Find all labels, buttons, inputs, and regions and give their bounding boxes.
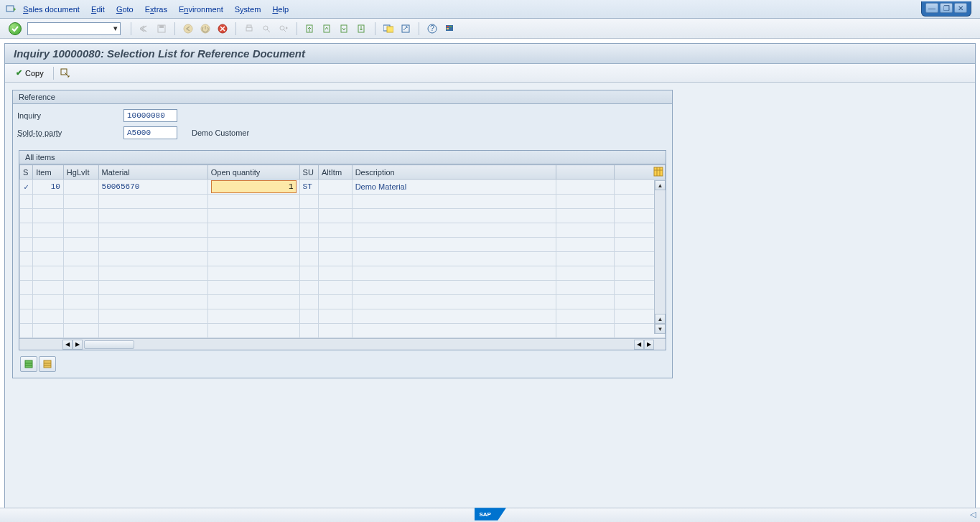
- svg-rect-17: [387, 27, 393, 32]
- cell-openqty[interactable]: [207, 180, 299, 195]
- svg-rect-14: [341, 25, 347, 32]
- svg-rect-23: [449, 26, 452, 27]
- menu-environment[interactable]: Environment: [179, 5, 223, 14]
- svg-line-9: [267, 29, 270, 32]
- find-next-icon[interactable]: [276, 22, 291, 36]
- table-row[interactable]: [20, 252, 666, 266]
- last-page-icon[interactable]: [355, 22, 369, 36]
- table-row[interactable]: ✓ 10 50065670 ST Demo Material: [20, 180, 666, 195]
- table-row[interactable]: [20, 195, 666, 209]
- menu-extras[interactable]: Extras: [145, 5, 167, 14]
- cell-description[interactable]: Demo Material: [352, 180, 556, 195]
- prev-page-icon[interactable]: [320, 22, 335, 36]
- col-su[interactable]: SU: [299, 165, 318, 180]
- status-arrow-icon[interactable]: ◁: [970, 510, 976, 519]
- scroll-right2-icon[interactable]: ▶: [644, 340, 654, 350]
- cell-material[interactable]: 50065670: [98, 180, 207, 195]
- col-altitm[interactable]: AltItm: [318, 165, 352, 180]
- soldto-name: Demo Customer: [192, 129, 249, 137]
- menu-edit[interactable]: Edit: [91, 5, 105, 14]
- svg-rect-13: [324, 25, 330, 32]
- table-row[interactable]: [20, 309, 666, 324]
- table-row[interactable]: [20, 209, 666, 223]
- scroll-left-icon[interactable]: ◀: [62, 340, 73, 350]
- select-all-button[interactable]: [20, 356, 37, 372]
- statusbar: SAP ◁: [0, 508, 980, 522]
- help-icon[interactable]: ?: [425, 22, 439, 36]
- svg-point-3: [184, 24, 192, 33]
- scroll-down2-icon[interactable]: ▼: [655, 324, 666, 334]
- page-title-bar: Inquiry 10000080: Selection List for Ref…: [5, 44, 975, 64]
- svg-rect-0: [6, 6, 14, 11]
- inquiry-label: Inquiry: [17, 111, 123, 120]
- first-page-icon[interactable]: [303, 22, 317, 36]
- cell-altitm[interactable]: [318, 180, 352, 195]
- copy-button[interactable]: ✔ Copy: [11, 66, 49, 80]
- vertical-scrollbar[interactable]: ▲ ▲ ▼: [654, 180, 666, 334]
- items-title: All items: [19, 151, 666, 164]
- scroll-down-icon[interactable]: ▲: [655, 314, 666, 324]
- horizontal-scrollbar[interactable]: ◀ ▶ ◀ ▶: [19, 338, 666, 350]
- scroll-up-icon[interactable]: ▲: [655, 180, 666, 190]
- svg-line-11: [284, 29, 286, 32]
- table-row[interactable]: [20, 281, 666, 295]
- minimize-button[interactable]: —: [925, 3, 938, 13]
- svg-rect-24: [447, 28, 449, 29]
- reference-panel: Reference Inquiry Sold-to party Demo Cus…: [12, 90, 673, 378]
- menu-system[interactable]: System: [235, 5, 261, 14]
- menu-help[interactable]: Help: [272, 5, 289, 14]
- menu-goto[interactable]: Goto: [116, 5, 134, 14]
- restore-button[interactable]: ❐: [940, 3, 953, 13]
- soldto-label: Sold-to party: [17, 129, 123, 137]
- customize-icon[interactable]: [442, 22, 457, 36]
- svg-rect-2: [159, 25, 164, 28]
- exit-icon[interactable]: [198, 22, 213, 36]
- row-select[interactable]: ✓: [20, 180, 33, 195]
- print-icon[interactable]: [242, 22, 256, 36]
- command-field-icon[interactable]: [4, 3, 17, 16]
- col-selector[interactable]: S: [20, 165, 33, 180]
- standard-toolbar: ?: [0, 19, 980, 39]
- scroll-left2-icon[interactable]: ◀: [634, 340, 644, 350]
- new-session-icon[interactable]: [381, 22, 396, 36]
- content-area: Inquiry 10000080: Selection List for Ref…: [4, 43, 976, 522]
- toolbar-back-icon[interactable]: [137, 22, 151, 36]
- table-row[interactable]: [20, 223, 666, 238]
- col-item[interactable]: Item: [33, 165, 64, 180]
- back-icon[interactable]: [181, 22, 195, 36]
- find-icon[interactable]: [259, 22, 274, 36]
- table-settings-icon[interactable]: [653, 166, 664, 177]
- shortcut-icon[interactable]: [398, 22, 413, 36]
- menu-sales-document[interactable]: Sales document: [23, 5, 80, 14]
- items-panel: All items S Item HgLvIt Material Open qu…: [19, 150, 666, 350]
- cell-item[interactable]: 10: [33, 180, 64, 195]
- enter-button[interactable]: [9, 22, 22, 35]
- close-button[interactable]: ✕: [954, 3, 967, 13]
- svg-rect-6: [246, 27, 252, 31]
- save-icon[interactable]: [154, 22, 169, 36]
- col-extra1[interactable]: [556, 165, 614, 180]
- col-description[interactable]: Description: [352, 165, 556, 180]
- cell-su[interactable]: ST: [299, 180, 318, 195]
- scroll-right-icon[interactable]: ▶: [73, 340, 83, 350]
- openqty-input[interactable]: [211, 180, 297, 193]
- col-hglvit[interactable]: HgLvIt: [63, 165, 98, 180]
- item-selection-icon[interactable]: [58, 66, 73, 80]
- menubar: Sales document Edit Goto Extras Environm…: [0, 0, 980, 19]
- sap-logo: SAP: [475, 508, 506, 521]
- next-page-icon[interactable]: [337, 22, 352, 36]
- table-row[interactable]: [20, 324, 666, 338]
- col-material[interactable]: Material: [98, 165, 207, 180]
- table-row[interactable]: [20, 238, 666, 252]
- svg-text:SAP: SAP: [479, 511, 491, 518]
- table-row[interactable]: [20, 295, 666, 309]
- soldto-field[interactable]: [123, 126, 177, 139]
- deselect-all-button[interactable]: [39, 356, 56, 372]
- col-openqty[interactable]: Open quantity: [207, 165, 299, 180]
- table-row[interactable]: [20, 266, 666, 281]
- cancel-icon[interactable]: [215, 22, 230, 36]
- cell-hglvit[interactable]: [63, 180, 98, 195]
- command-field[interactable]: [27, 22, 121, 35]
- scroll-thumb[interactable]: [84, 340, 134, 349]
- inquiry-field[interactable]: [123, 109, 177, 122]
